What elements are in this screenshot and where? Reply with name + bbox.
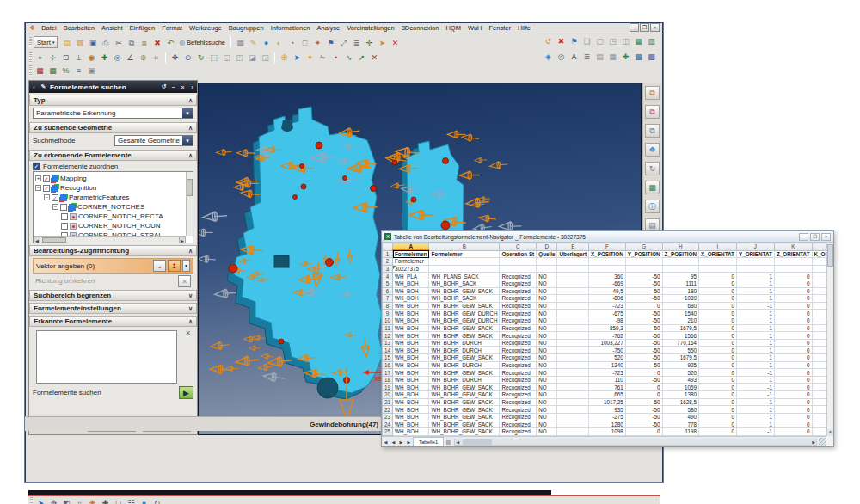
data-cell[interactable]	[557, 369, 589, 377]
data-cell[interactable]: 0	[699, 273, 737, 280]
data-cell[interactable]: 493	[662, 376, 698, 384]
header-cell[interactable]: Z_ORIENTAT	[774, 250, 812, 258]
data-cell[interactable]: 0	[774, 332, 812, 340]
row-header-15[interactable]: 15	[383, 354, 393, 362]
data-cell[interactable]: 1059	[662, 384, 698, 391]
data-cell[interactable]: Recognized	[500, 354, 537, 362]
data-cell[interactable]	[557, 347, 589, 354]
data-cell[interactable]: 1	[812, 295, 826, 303]
data-cell[interactable]: 0	[625, 302, 662, 310]
data-cell[interactable]: 0	[625, 428, 662, 436]
data-cell[interactable]: 1	[812, 324, 826, 332]
wand-icon[interactable]: ✦	[312, 37, 324, 48]
transform-icon[interactable]: ➤	[377, 37, 389, 48]
grid-cell[interactable]	[774, 258, 812, 266]
data-cell[interactable]: 0	[774, 376, 812, 384]
data-cell[interactable]: -275	[588, 413, 625, 421]
scroll-right-icon[interactable]: ▶	[179, 237, 186, 243]
grid-cell[interactable]	[537, 265, 557, 273]
data-cell[interactable]: 0	[699, 428, 737, 436]
data-cell[interactable]: WH_BOH	[393, 332, 429, 340]
column-header-J[interactable]: J	[736, 243, 774, 251]
row-header-25[interactable]: 25	[383, 428, 393, 436]
refresh-icon[interactable]: ↺	[543, 35, 555, 46]
data-cell[interactable]: Recognized	[500, 361, 537, 369]
data-cell[interactable]: 1	[736, 324, 774, 332]
data-cell[interactable]: Recognized	[500, 376, 537, 384]
data-cell[interactable]: 0	[699, 391, 737, 399]
data-cell[interactable]: 761	[588, 384, 625, 391]
type-dropdown[interactable]: Parametrische Erkennung ▼	[33, 108, 194, 119]
grid-cell[interactable]	[662, 265, 698, 273]
data-cell[interactable]: 520	[588, 354, 625, 362]
expand-icon[interactable]: ∨	[188, 292, 193, 299]
data-cell[interactable]	[557, 376, 589, 384]
data-cell[interactable]: 210	[662, 317, 698, 324]
data-cell[interactable]: 859,3	[588, 324, 625, 332]
window-icon[interactable]: □	[299, 37, 311, 48]
data-cell[interactable]: 0	[774, 317, 812, 324]
grid-cell[interactable]	[699, 265, 737, 273]
data-cell[interactable]: 1	[812, 354, 826, 362]
resize-grip[interactable]	[819, 438, 826, 446]
data-cell[interactable]: 1	[812, 406, 826, 414]
data-cell[interactable]: WH_BOH	[393, 310, 429, 317]
row-header-18[interactable]: 18	[383, 376, 393, 384]
data-cell[interactable]: 1628,5	[662, 398, 698, 406]
data-cell[interactable]: 665	[588, 391, 625, 399]
data-cell[interactable]: NO	[537, 302, 557, 310]
data-cell[interactable]: WH_BOHR_GEW_SACK	[429, 369, 500, 377]
snap-node-icon[interactable]: ⊕	[138, 52, 150, 63]
panel-reset-icon[interactable]: ↺	[159, 83, 169, 90]
snap-grid-icon[interactable]: ⌗	[150, 52, 163, 63]
menu-hqm[interactable]: HQM	[442, 24, 464, 32]
data-cell[interactable]: 0	[774, 324, 812, 332]
cut-icon[interactable]: ✂	[113, 37, 125, 48]
assembly-nav-icon[interactable]: ⧉	[645, 86, 660, 100]
header-cell[interactable]: Formelemen	[393, 250, 429, 258]
data-cell[interactable]: 1	[736, 295, 774, 303]
data-cell[interactable]: NO	[537, 354, 557, 362]
tree-item-corner_notch_roun[interactable]: CORNER_NOTCH_ROUN	[35, 221, 184, 230]
data-cell[interactable]: -50	[625, 354, 662, 362]
data-cell[interactable]	[557, 287, 589, 295]
data-cell[interactable]: 0	[699, 280, 737, 287]
data-cell[interactable]: 0	[625, 391, 662, 399]
row-header-16[interactable]: 16	[383, 361, 393, 369]
header-cell[interactable]: Operation St	[500, 250, 537, 258]
data-cell[interactable]: NO	[537, 295, 557, 303]
grid-cell[interactable]	[625, 265, 662, 273]
data-cell[interactable]: 1	[812, 273, 826, 280]
menu-3dconnexion[interactable]: 3Dconnexion	[398, 24, 443, 32]
section-suchbereich[interactable]: Suchbereich begrenzen∨	[29, 290, 197, 301]
data-cell[interactable]: Recognized	[500, 413, 537, 421]
data-cell[interactable]: Recognized	[500, 273, 537, 280]
column-header-K[interactable]: K	[774, 243, 812, 251]
snap-center-icon[interactable]: ◉	[86, 52, 98, 63]
list-icon[interactable]: ≣	[581, 51, 593, 62]
menu-einf-gen[interactable]: Einfügen	[126, 24, 159, 32]
scroll-right-icon[interactable]: ▶	[811, 439, 816, 445]
data-cell[interactable]: 0	[699, 310, 737, 317]
data-cell[interactable]: 0	[774, 369, 812, 377]
suchmethode-dropdown[interactable]: Gesamte Geometrie ▼	[114, 135, 194, 146]
db2-icon[interactable]: ▩	[646, 51, 658, 62]
section-typ[interactable]: Typ∧	[29, 95, 197, 106]
row-header-9[interactable]: 9	[383, 310, 393, 317]
data-cell[interactable]: -1	[736, 391, 774, 399]
data-cell[interactable]: 360	[588, 273, 625, 280]
column-header-A[interactable]: A	[393, 243, 429, 251]
rotate-view-icon[interactable]: ◔	[286, 37, 298, 48]
column-header-C[interactable]: C	[500, 243, 537, 251]
data-cell[interactable]: -723	[588, 369, 625, 377]
grid-cell[interactable]	[699, 258, 737, 266]
data-cell[interactable]: Recognized	[500, 369, 537, 377]
top-view-icon[interactable]: ◰	[234, 52, 246, 63]
data-cell[interactable]: NO	[537, 332, 557, 340]
restore-button[interactable]: ❐	[810, 233, 820, 241]
column-header-B[interactable]: B	[429, 243, 500, 251]
data-cell[interactable]: WH_BOHR_GEW_SACK	[429, 398, 500, 406]
row-header-11[interactable]: 11	[383, 324, 393, 332]
data-cell[interactable]: WH_BOH	[393, 354, 429, 362]
tree-checkbox[interactable]: ✓	[43, 175, 50, 182]
